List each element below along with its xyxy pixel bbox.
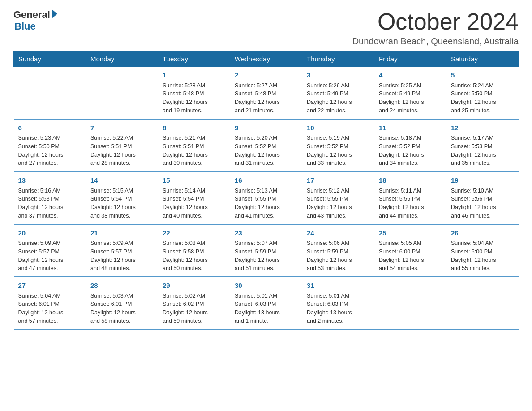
calendar-cell: 22Sunrise: 5:08 AM Sunset: 5:58 PM Dayli…	[158, 224, 230, 277]
day-number: 5	[451, 70, 514, 81]
calendar-cell	[86, 67, 158, 119]
header-saturday: Saturday	[446, 51, 519, 67]
day-number: 8	[163, 123, 225, 133]
calendar-cell: 13Sunrise: 5:16 AM Sunset: 5:53 PM Dayli…	[14, 171, 86, 224]
days-of-week-row: SundayMondayTuesdayWednesdayThursdayFrid…	[14, 51, 519, 67]
calendar-cell: 23Sunrise: 5:07 AM Sunset: 5:59 PM Dayli…	[230, 224, 302, 277]
day-info: Sunrise: 5:24 AM Sunset: 5:50 PM Dayligh…	[451, 81, 514, 115]
week-row-1: 1Sunrise: 5:28 AM Sunset: 5:48 PM Daylig…	[14, 67, 519, 119]
day-info: Sunrise: 5:09 AM Sunset: 5:57 PM Dayligh…	[90, 239, 153, 273]
day-info: Sunrise: 5:20 AM Sunset: 5:52 PM Dayligh…	[235, 134, 297, 167]
calendar-cell: 18Sunrise: 5:11 AM Sunset: 5:56 PM Dayli…	[374, 171, 446, 224]
day-info: Sunrise: 5:16 AM Sunset: 5:53 PM Dayligh…	[18, 187, 82, 220]
day-number: 14	[90, 176, 153, 186]
day-info: Sunrise: 5:06 AM Sunset: 5:59 PM Dayligh…	[307, 239, 369, 273]
header-friday: Friday	[374, 51, 446, 67]
page-header: General Blue October 2024 Dundowran Beac…	[13, 9, 519, 47]
day-number: 2	[235, 70, 297, 81]
calendar-cell: 4Sunrise: 5:25 AM Sunset: 5:49 PM Daylig…	[374, 67, 446, 119]
day-number: 7	[90, 123, 153, 133]
day-number: 26	[451, 228, 514, 239]
calendar-cell: 9Sunrise: 5:20 AM Sunset: 5:52 PM Daylig…	[230, 119, 302, 172]
title-area: October 2024 Dundowran Beach, Queensland…	[352, 9, 519, 47]
day-number: 30	[235, 281, 297, 291]
day-info: Sunrise: 5:13 AM Sunset: 5:55 PM Dayligh…	[235, 187, 297, 220]
location-title: Dundowran Beach, Queensland, Australia	[352, 36, 519, 47]
calendar-cell: 28Sunrise: 5:03 AM Sunset: 6:01 PM Dayli…	[86, 277, 158, 330]
day-info: Sunrise: 5:05 AM Sunset: 6:00 PM Dayligh…	[379, 239, 442, 273]
day-number: 10	[307, 123, 369, 133]
calendar-cell: 5Sunrise: 5:24 AM Sunset: 5:50 PM Daylig…	[446, 67, 519, 119]
logo-blue: Blue	[14, 21, 36, 32]
header-sunday: Sunday	[14, 51, 86, 67]
day-info: Sunrise: 5:23 AM Sunset: 5:50 PM Dayligh…	[18, 134, 82, 167]
calendar-cell: 2Sunrise: 5:27 AM Sunset: 5:48 PM Daylig…	[230, 67, 302, 119]
calendar-cell: 15Sunrise: 5:14 AM Sunset: 5:54 PM Dayli…	[158, 171, 230, 224]
calendar-cell: 8Sunrise: 5:21 AM Sunset: 5:51 PM Daylig…	[158, 119, 230, 172]
calendar-cell: 12Sunrise: 5:17 AM Sunset: 5:53 PM Dayli…	[446, 119, 519, 172]
calendar-cell: 20Sunrise: 5:09 AM Sunset: 5:57 PM Dayli…	[14, 224, 86, 277]
day-info: Sunrise: 5:15 AM Sunset: 5:54 PM Dayligh…	[90, 187, 153, 220]
day-number: 27	[18, 281, 82, 291]
calendar-cell: 24Sunrise: 5:06 AM Sunset: 5:59 PM Dayli…	[302, 224, 374, 277]
day-info: Sunrise: 5:08 AM Sunset: 5:58 PM Dayligh…	[163, 239, 225, 273]
calendar-cell: 7Sunrise: 5:22 AM Sunset: 5:51 PM Daylig…	[86, 119, 158, 172]
calendar-header: SundayMondayTuesdayWednesdayThursdayFrid…	[14, 51, 519, 67]
day-number: 25	[379, 228, 442, 239]
calendar-cell: 21Sunrise: 5:09 AM Sunset: 5:57 PM Dayli…	[86, 224, 158, 277]
day-number: 6	[18, 123, 82, 133]
day-info: Sunrise: 5:11 AM Sunset: 5:56 PM Dayligh…	[379, 187, 442, 220]
day-number: 20	[18, 228, 82, 239]
day-number: 1	[163, 70, 225, 81]
day-info: Sunrise: 5:28 AM Sunset: 5:48 PM Dayligh…	[163, 81, 225, 115]
day-number: 9	[235, 123, 297, 133]
day-number: 15	[163, 176, 225, 186]
header-monday: Monday	[86, 51, 158, 67]
calendar-cell: 25Sunrise: 5:05 AM Sunset: 6:00 PM Dayli…	[374, 224, 446, 277]
day-number: 21	[90, 228, 153, 239]
calendar-cell: 30Sunrise: 5:01 AM Sunset: 6:03 PM Dayli…	[230, 277, 302, 330]
day-number: 19	[451, 176, 514, 186]
day-info: Sunrise: 5:26 AM Sunset: 5:49 PM Dayligh…	[307, 81, 369, 115]
logo-general: General	[13, 9, 50, 21]
day-number: 4	[379, 70, 442, 81]
calendar-body: 1Sunrise: 5:28 AM Sunset: 5:48 PM Daylig…	[14, 67, 519, 330]
day-info: Sunrise: 5:14 AM Sunset: 5:54 PM Dayligh…	[163, 187, 225, 220]
week-row-2: 6Sunrise: 5:23 AM Sunset: 5:50 PM Daylig…	[14, 119, 519, 172]
calendar-cell: 3Sunrise: 5:26 AM Sunset: 5:49 PM Daylig…	[302, 67, 374, 119]
day-info: Sunrise: 5:09 AM Sunset: 5:57 PM Dayligh…	[18, 239, 82, 273]
day-info: Sunrise: 5:22 AM Sunset: 5:51 PM Dayligh…	[90, 134, 153, 167]
day-info: Sunrise: 5:18 AM Sunset: 5:52 PM Dayligh…	[379, 134, 442, 167]
day-info: Sunrise: 5:01 AM Sunset: 6:03 PM Dayligh…	[235, 292, 297, 325]
day-number: 16	[235, 176, 297, 186]
day-number: 22	[163, 228, 225, 239]
header-wednesday: Wednesday	[230, 51, 302, 67]
day-info: Sunrise: 5:04 AM Sunset: 6:01 PM Dayligh…	[18, 292, 82, 325]
header-tuesday: Tuesday	[158, 51, 230, 67]
day-info: Sunrise: 5:01 AM Sunset: 6:03 PM Dayligh…	[307, 292, 369, 325]
day-info: Sunrise: 5:03 AM Sunset: 6:01 PM Dayligh…	[90, 292, 153, 325]
month-title: October 2024	[352, 9, 519, 34]
logo: General Blue	[13, 9, 57, 32]
calendar-cell: 19Sunrise: 5:10 AM Sunset: 5:56 PM Dayli…	[446, 171, 519, 224]
day-number: 29	[163, 281, 225, 291]
day-number: 24	[307, 228, 369, 239]
calendar-cell: 10Sunrise: 5:19 AM Sunset: 5:52 PM Dayli…	[302, 119, 374, 172]
day-number: 3	[307, 70, 369, 81]
day-info: Sunrise: 5:19 AM Sunset: 5:52 PM Dayligh…	[307, 134, 369, 167]
day-number: 18	[379, 176, 442, 186]
calendar-cell: 1Sunrise: 5:28 AM Sunset: 5:48 PM Daylig…	[158, 67, 230, 119]
week-row-5: 27Sunrise: 5:04 AM Sunset: 6:01 PM Dayli…	[14, 277, 519, 330]
day-number: 12	[451, 123, 514, 133]
header-thursday: Thursday	[302, 51, 374, 67]
day-number: 17	[307, 176, 369, 186]
calendar-cell: 26Sunrise: 5:04 AM Sunset: 6:00 PM Dayli…	[446, 224, 519, 277]
day-info: Sunrise: 5:04 AM Sunset: 6:00 PM Dayligh…	[451, 239, 514, 273]
day-info: Sunrise: 5:25 AM Sunset: 5:49 PM Dayligh…	[379, 81, 442, 115]
day-info: Sunrise: 5:02 AM Sunset: 6:02 PM Dayligh…	[163, 292, 225, 325]
calendar-cell: 14Sunrise: 5:15 AM Sunset: 5:54 PM Dayli…	[86, 171, 158, 224]
day-info: Sunrise: 5:12 AM Sunset: 5:55 PM Dayligh…	[307, 187, 369, 220]
calendar-cell	[374, 277, 446, 330]
day-info: Sunrise: 5:21 AM Sunset: 5:51 PM Dayligh…	[163, 134, 225, 167]
calendar-cell	[14, 67, 86, 119]
